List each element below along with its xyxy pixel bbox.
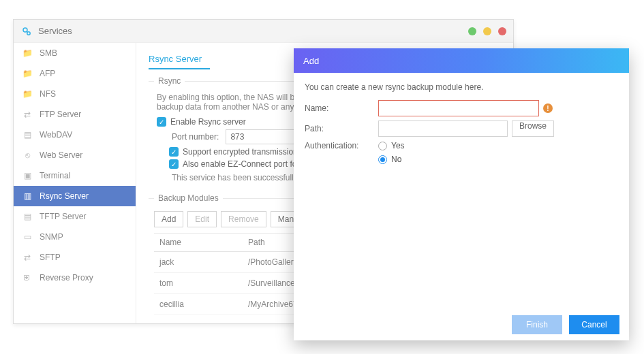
port-value: 873 <box>230 132 244 142</box>
services-icon <box>20 25 33 37</box>
name-label: Name: <box>305 103 378 113</box>
drive-icon: ▤ <box>20 129 34 140</box>
dialog-intro: You can create a new rsync backup module… <box>305 82 618 92</box>
sidebar-item-label: Rsync Server <box>40 191 89 201</box>
radio-icon <box>378 155 387 164</box>
sidebar-item-smb[interactable]: 📁SMB <box>14 43 136 63</box>
warning-icon: ! <box>543 103 553 113</box>
finish-button[interactable]: Finish <box>512 315 562 334</box>
sidebar-item-label: SNMP <box>40 232 63 242</box>
sidebar-item-reverseproxy[interactable]: ⛨Reverse Proxy <box>14 268 136 288</box>
sidebar-item-label: WebDAV <box>40 130 72 140</box>
web-icon: ⎋ <box>20 150 34 161</box>
folder-icon: 📁 <box>20 88 34 99</box>
radio-icon <box>378 142 387 150</box>
sidebar-item-label: SMB <box>40 48 57 58</box>
sidebar-item-tftp[interactable]: ▤TFTP Server <box>14 206 136 227</box>
shield-icon: ⛨ <box>20 272 34 283</box>
auth-label: Authentication: <box>305 141 378 150</box>
titlebar: Services <box>14 20 513 43</box>
ssh-checkbox[interactable]: ✓ <box>169 147 179 157</box>
sidebar-item-rsync[interactable]: ▥Rsync Server <box>14 186 136 206</box>
modules-legend: Backup Modules <box>154 193 223 203</box>
tab-rsync-server[interactable]: Rsync Server <box>149 51 210 69</box>
sidebar-item-label: AFP <box>40 69 55 78</box>
port-label: Port number: <box>172 132 219 142</box>
sidebar-item-webdav[interactable]: ▤WebDAV <box>14 125 136 145</box>
rsync-icon: ▥ <box>20 191 34 202</box>
folder-icon: 📁 <box>20 48 34 59</box>
auth-no-option[interactable]: No <box>378 155 405 164</box>
remove-button[interactable]: Remove <box>221 211 266 227</box>
close-button[interactable] <box>498 27 506 35</box>
sidebar-item-terminal[interactable]: ▣Terminal <box>14 165 136 186</box>
add-button[interactable]: Add <box>154 211 183 227</box>
sidebar-item-label: Reverse Proxy <box>40 273 93 283</box>
name-input[interactable] <box>378 100 539 116</box>
add-module-dialog: Add You can create a new rsync backup mo… <box>294 48 629 340</box>
terminal-icon: ▣ <box>20 170 34 181</box>
monitor-icon: ▭ <box>20 231 34 242</box>
svg-line-2 <box>27 31 28 33</box>
enable-rsync-checkbox[interactable]: ✓ <box>157 117 166 127</box>
sidebar-item-label: NFS <box>40 89 56 99</box>
transfer-icon: ⇄ <box>20 109 34 120</box>
window-title: Services <box>38 26 72 36</box>
sidebar-item-afp[interactable]: 📁AFP <box>14 63 136 84</box>
sidebar-item-label: Web Server <box>40 150 82 160</box>
edit-button[interactable]: Edit <box>187 211 217 227</box>
auth-no-label: No <box>391 155 401 164</box>
sidebar-item-label: TFTP Server <box>40 212 86 221</box>
sidebar: 📁SMB 📁AFP 📁NFS ⇄FTP Server ▤WebDAV ⎋Web … <box>14 43 136 323</box>
path-label: Path: <box>305 124 378 133</box>
folder-icon: 📁 <box>20 68 34 79</box>
path-input[interactable] <box>378 120 508 137</box>
sidebar-item-ftp[interactable]: ⇄FTP Server <box>14 104 136 125</box>
sidebar-item-webserver[interactable]: ⎋Web Server <box>14 145 136 165</box>
sidebar-item-label: SFTP <box>40 253 61 262</box>
sidebar-item-label: FTP Server <box>40 110 81 119</box>
enable-rsync-label: Enable Rsync server <box>170 117 246 127</box>
sidebar-item-sftp[interactable]: ⇄SFTP <box>14 247 136 268</box>
sidebar-item-label: Terminal <box>40 171 70 180</box>
auth-yes-label: Yes <box>391 141 405 150</box>
col-name[interactable]: Name <box>154 234 243 252</box>
ezconnect-checkbox[interactable]: ✓ <box>169 159 179 169</box>
auth-yes-option[interactable]: Yes <box>378 141 405 150</box>
minimize-button[interactable] <box>468 27 476 35</box>
sidebar-item-nfs[interactable]: 📁NFS <box>14 84 136 104</box>
drive-icon: ▤ <box>20 211 34 222</box>
browse-button[interactable]: Browse <box>512 120 554 137</box>
rsync-legend: Rsync <box>154 76 185 86</box>
window-controls <box>468 27 506 35</box>
sidebar-item-snmp[interactable]: ▭SNMP <box>14 227 136 247</box>
dialog-title: Add <box>294 48 629 73</box>
transfer-icon: ⇄ <box>20 252 34 263</box>
cancel-button[interactable]: Cancel <box>569 315 619 334</box>
maximize-button[interactable] <box>483 27 491 35</box>
